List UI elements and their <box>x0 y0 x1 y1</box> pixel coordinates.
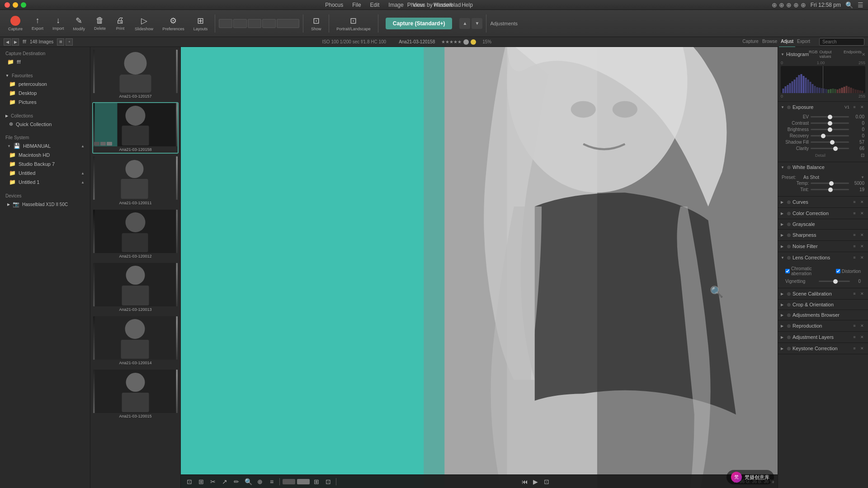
layouts-toolbar-btn[interactable]: ⊞ Layouts <box>190 14 212 33</box>
adjustment-layers-header[interactable]: ▶ ◎ Adjustment Layers ≡ ✕ <box>778 332 868 343</box>
maximize-button[interactable] <box>21 2 26 8</box>
sidebar-macintosh-hd[interactable]: 📁 Macintosh HD <box>4 150 86 160</box>
rep-toggle[interactable]: ✕ <box>859 323 865 329</box>
capture-toolbar-btn[interactable]: Capture <box>5 14 26 33</box>
vignette-slider[interactable] <box>819 281 850 282</box>
layout-option-3[interactable] <box>248 19 261 28</box>
thumb-ana21-120158[interactable]: Ana21-03-120158 <box>92 102 179 154</box>
sidebar-quick-collection[interactable]: ⊕ Quick Collection <box>4 120 86 128</box>
delete-toolbar-btn[interactable]: 🗑 Delete <box>90 14 109 33</box>
capture-standard-button[interactable]: Capture (Standard+) <box>386 18 453 29</box>
sidebar-studio-backup[interactable]: 📁 Studio Backup 7 <box>4 160 86 169</box>
menu-help[interactable]: Help <box>462 2 473 8</box>
exposure-reset[interactable]: ≡ <box>851 104 858 110</box>
tint-slider[interactable] <box>811 189 849 190</box>
lens-corrections-header[interactable]: ▼ ◎ Lens Corrections ≡ ✕ <box>778 252 868 263</box>
print-toolbar-btn[interactable]: 🖨 Print <box>111 14 129 33</box>
hist-collapse[interactable]: ▼ <box>781 52 784 56</box>
notification-icon[interactable]: ☰ <box>858 1 863 9</box>
color-correction-header[interactable]: ▶ ◎ Color Correction ≡ ✕ <box>778 208 868 219</box>
ev-slider[interactable] <box>811 116 849 117</box>
nf-toggle[interactable]: ✕ <box>859 243 865 249</box>
capture-option-1[interactable]: ▲ <box>459 18 470 29</box>
sidebar-hbmanual[interactable]: ▼ 💾 HBMANUAL ▲ <box>4 141 86 150</box>
prev-btn[interactable]: ⏮ <box>520 477 530 487</box>
search-icon[interactable]: 🔍 <box>845 1 853 9</box>
show-toolbar-btn[interactable]: ⊡ Show <box>307 14 325 33</box>
nav-back[interactable]: ◀ <box>4 38 11 46</box>
distortion-checkbox[interactable] <box>836 269 840 273</box>
al-reset[interactable]: ≡ <box>851 334 858 340</box>
exposure-toggle[interactable]: ✕ <box>859 104 865 110</box>
white-balance-header[interactable]: ▼ ◎ White Balance <box>778 162 868 172</box>
temp-slider[interactable] <box>811 183 849 184</box>
slideshow-toolbar-btn[interactable]: ▷ Slideshow <box>131 14 157 33</box>
play-btn[interactable]: ▶ <box>531 477 541 487</box>
crop-btn[interactable]: ⊡ <box>184 477 194 487</box>
lc-toggle[interactable]: ✕ <box>859 254 865 261</box>
tab-export[interactable]: Export <box>795 36 812 47</box>
sidebar-capture-destination[interactable]: Capture Destination <box>4 50 86 57</box>
layout-option-5[interactable] <box>277 19 299 28</box>
layout-option-4[interactable] <box>262 19 276 28</box>
thumb-ana21-120012[interactable]: Ana21-03-120012 <box>92 209 179 260</box>
nf-reset[interactable]: ≡ <box>851 243 858 249</box>
menu-phocus[interactable]: Phocus <box>325 2 343 8</box>
nav-forward[interactable]: ▶ <box>12 38 19 46</box>
sharpness-header[interactable]: ▶ ◎ Sharpness ≡ ✕ <box>778 230 868 240</box>
tab-browse[interactable]: Browse <box>760 36 779 47</box>
sidebar-hasselblad[interactable]: ▶ 📷 Hasselblad X1D II 50C <box>4 200 86 209</box>
sidebar-desktop[interactable]: 📁 Desktop <box>4 89 86 98</box>
close-button[interactable] <box>5 2 10 8</box>
capture-option-2[interactable]: ▼ <box>472 18 482 29</box>
menu-file[interactable]: File <box>352 2 361 8</box>
portrait-landscape-btn[interactable]: ⊡ Portrait/Landscape <box>333 14 374 33</box>
thumb-ana21-120013[interactable]: Ana21-03-120013 <box>92 262 179 314</box>
sh-reset[interactable]: ≡ <box>851 232 858 238</box>
sc-toggle[interactable]: ✕ <box>859 291 865 297</box>
preferences-toolbar-btn[interactable]: ⚙ Preferences <box>159 14 188 33</box>
curves-reset[interactable]: ≡ <box>851 199 858 205</box>
clarity-slider[interactable] <box>811 148 849 149</box>
scroll-btn[interactable]: ▲ <box>81 144 85 148</box>
menu-image[interactable]: Image <box>388 2 403 8</box>
sidebar-untitled-1[interactable]: 📁 Untitled 1 ▲ <box>4 178 86 187</box>
thumb-ana21-120015[interactable]: Ana21-03-120015 <box>92 369 179 420</box>
pen-btn[interactable]: ✏ <box>231 477 241 487</box>
import-toolbar-btn[interactable]: ↓ Import <box>49 14 68 33</box>
curves-header[interactable]: ▶ ◎ Curves ≡ ✕ <box>778 197 868 207</box>
chromatic-ab-checkbox[interactable] <box>785 269 790 273</box>
layout-option-1[interactable] <box>219 19 232 28</box>
cc-toggle[interactable]: ✕ <box>859 210 865 216</box>
grid-view-btn[interactable]: ⊞ <box>311 477 321 487</box>
arrow-btn[interactable]: ↗ <box>220 477 230 487</box>
grid-btn[interactable]: ⊞ <box>196 477 206 487</box>
plus-btn[interactable]: ⊕ <box>255 477 265 487</box>
rep-reset[interactable]: ≡ <box>851 323 858 329</box>
minimize-button[interactable] <box>13 2 18 8</box>
exposure-header[interactable]: ▼ ◎ Exposure V1 ≡ ✕ <box>778 102 868 113</box>
crop-orientation-header[interactable]: ▶ ◎ Crop & Orientation <box>778 300 868 310</box>
contrast-slider[interactable] <box>811 122 849 124</box>
kc-reset[interactable]: ≡ <box>851 345 858 352</box>
view-btn-2[interactable]: + <box>66 38 73 46</box>
menu-edit[interactable]: Edit <box>370 2 380 8</box>
keystone-correction-header[interactable]: ▶ ◎ Keystone Correction ≡ ✕ <box>778 343 868 354</box>
menu-btn[interactable]: ≡ <box>267 477 277 487</box>
sh-toggle[interactable]: ✕ <box>859 232 865 238</box>
sidebar-petercoulson[interactable]: 📁 petercoulson <box>4 80 86 89</box>
search-input[interactable] <box>819 38 864 46</box>
modify-toolbar-btn[interactable]: ✎ Modify <box>70 14 89 33</box>
reproduction-header[interactable]: ▶ ◎ Reproduction ≡ ✕ <box>778 320 868 331</box>
lc-reset[interactable]: ≡ <box>851 254 858 261</box>
scroll-btn-2[interactable]: ▲ <box>81 171 85 175</box>
sidebar-untitled[interactable]: 📁 Untitled ▲ <box>4 169 86 178</box>
al-toggle[interactable]: ✕ <box>859 334 865 340</box>
scene-calibration-header[interactable]: ▶ ◎ Scene Calibration ≡ ✕ <box>778 288 868 299</box>
tab-adjust[interactable]: Adjust <box>779 36 795 47</box>
thumb-ana21-120011[interactable]: Ana21-03-120011 <box>92 155 179 207</box>
color-2[interactable] <box>297 479 310 484</box>
hist-close[interactable]: ✕ <box>862 52 865 57</box>
sidebar-pictures[interactable]: 📁 Pictures <box>4 98 86 107</box>
detail-view-btn[interactable]: ⊡ <box>323 477 333 487</box>
